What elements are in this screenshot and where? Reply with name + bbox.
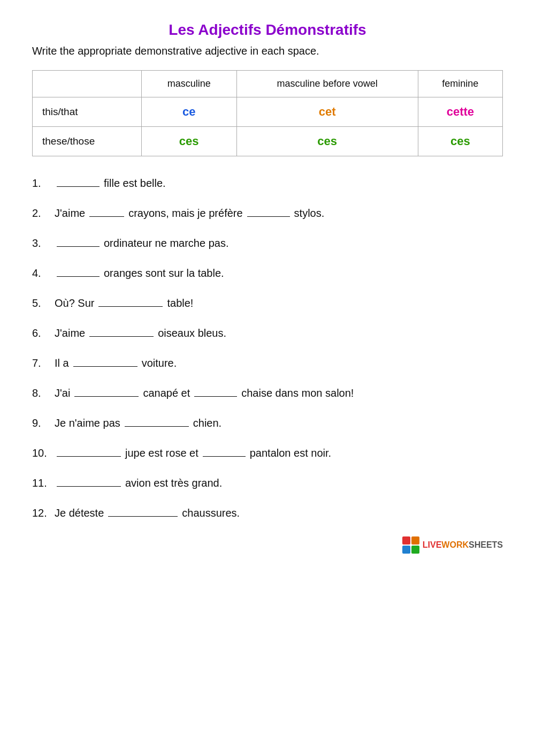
- exercise-text-11: avion est très grand.: [55, 475, 222, 490]
- col-header-empty: [33, 71, 142, 97]
- table-row-these-those: these/those ces ces ces: [33, 127, 503, 156]
- blank-4-1[interactable]: [57, 266, 100, 277]
- text-12-2: chaussures.: [182, 505, 240, 520]
- exercise-5: 5. Où? Sur table!: [32, 296, 503, 311]
- text-6-1: J'aime: [55, 326, 85, 341]
- row-label-these-those: these/those: [33, 127, 142, 156]
- text-5-1: Où? Sur: [55, 296, 94, 311]
- exercise-4: 4. oranges sont sur la table.: [32, 266, 503, 281]
- text-10-1: jupe est rose et: [125, 445, 198, 460]
- logo-sq-red: [402, 536, 410, 545]
- cell-ce: ce: [141, 97, 236, 127]
- exercise-text-8: J'ai canapé et chaise dans mon salon!: [55, 385, 354, 400]
- blank-10-2[interactable]: [203, 446, 246, 457]
- exercise-7: 7. Il a voiture.: [32, 356, 503, 371]
- blank-2-1[interactable]: [89, 206, 124, 217]
- text-1-1: fille est belle.: [104, 176, 166, 191]
- cell-ces-vowel: ces: [236, 127, 418, 156]
- blank-2-2[interactable]: [247, 206, 290, 217]
- text-8-2: canapé et: [143, 385, 190, 400]
- text-7-1: Il a: [55, 356, 69, 371]
- text-6-2: oiseaux bleus.: [158, 326, 226, 341]
- exercise-num-3: 3.: [32, 236, 51, 251]
- exercise-8: 8. J'ai canapé et chaise dans mon salon!: [32, 385, 503, 400]
- instructions: Write the appropriate demonstrative adje…: [32, 45, 503, 57]
- exercise-text-2: J'aime crayons, mais je préfère stylos.: [55, 206, 324, 221]
- blank-5-1[interactable]: [98, 296, 163, 307]
- row-label-this-that: this/that: [33, 97, 142, 127]
- page-title: Les Adjectifs Démonstratifs: [32, 21, 503, 39]
- exercise-num-1: 1.: [32, 176, 51, 191]
- blank-6-1[interactable]: [89, 326, 154, 337]
- exercise-text-5: Où? Sur table!: [55, 296, 193, 311]
- blank-9-1[interactable]: [125, 416, 189, 427]
- footer: LIVEWORKSHEETS: [32, 536, 503, 554]
- exercise-text-4: oranges sont sur la table.: [55, 266, 224, 281]
- exercise-9: 9. Je n'aime pas chien.: [32, 415, 503, 430]
- text-12-1: Je déteste: [55, 505, 104, 520]
- col-header-feminine: feminine: [418, 71, 502, 97]
- exercise-10: 10. jupe est rose et pantalon est noir.: [32, 445, 503, 460]
- logo-sq-orange: [411, 536, 419, 545]
- text-5-2: table!: [167, 296, 193, 311]
- blank-11-1[interactable]: [57, 476, 121, 487]
- blank-3-1[interactable]: [57, 236, 100, 247]
- text-11-1: avion est très grand.: [125, 475, 222, 490]
- text-3-1: ordinateur ne marche pas.: [104, 236, 228, 251]
- table-row-this-that: this/that ce cet cette: [33, 97, 503, 127]
- exercise-2: 2. J'aime crayons, mais je préfère stylo…: [32, 206, 503, 221]
- cell-cette: cette: [418, 97, 502, 127]
- logo-sheets: SHEETS: [469, 540, 503, 549]
- exercise-6: 6. J'aime oiseaux bleus.: [32, 326, 503, 341]
- text-2-2: crayons, mais je préfère: [128, 206, 242, 221]
- exercise-num-2: 2.: [32, 206, 51, 221]
- text-9-1: Je n'aime pas: [55, 415, 120, 430]
- exercise-11: 11. avion est très grand.: [32, 475, 503, 490]
- liveworksheets-logo: LIVEWORKSHEETS: [402, 536, 503, 554]
- exercise-text-6: J'aime oiseaux bleus.: [55, 326, 226, 341]
- exercise-num-10: 10.: [32, 445, 51, 460]
- exercise-12: 12. Je déteste chaussures.: [32, 505, 503, 520]
- logo-sq-blue: [402, 546, 410, 554]
- liveworksheets-text: LIVEWORKSHEETS: [423, 540, 503, 550]
- exercises-section: 1. fille est belle. 2. J'aime crayons, m…: [32, 176, 503, 520]
- exercise-text-3: ordinateur ne marche pas.: [55, 236, 228, 251]
- blank-10-1[interactable]: [57, 446, 121, 457]
- exercise-num-4: 4.: [32, 266, 51, 281]
- cell-ces-masc: ces: [141, 127, 236, 156]
- text-9-2: chien.: [193, 415, 221, 430]
- exercise-1: 1. fille est belle.: [32, 176, 503, 191]
- logo-work: WORK: [441, 540, 469, 549]
- text-4-1: oranges sont sur la table.: [104, 266, 224, 281]
- exercise-text-7: Il a voiture.: [55, 356, 177, 371]
- text-10-2: pantalon est noir.: [250, 445, 331, 460]
- logo-live: LIVE: [423, 540, 442, 549]
- exercise-num-5: 5.: [32, 296, 51, 311]
- text-2-3: stylos.: [294, 206, 325, 221]
- blank-7-1[interactable]: [73, 356, 137, 367]
- exercise-text-10: jupe est rose et pantalon est noir.: [55, 445, 331, 460]
- blank-8-2[interactable]: [194, 386, 237, 397]
- logo-sq-green: [411, 546, 419, 554]
- blank-12-1[interactable]: [108, 506, 178, 517]
- exercise-num-7: 7.: [32, 356, 51, 371]
- blank-8-1[interactable]: [74, 386, 139, 397]
- exercise-num-9: 9.: [32, 415, 51, 430]
- exercise-text-9: Je n'aime pas chien.: [55, 415, 221, 430]
- exercise-3: 3. ordinateur ne marche pas.: [32, 236, 503, 251]
- exercise-num-6: 6.: [32, 326, 51, 341]
- reference-table: masculine masculine before vowel feminin…: [32, 70, 503, 156]
- col-header-masculine-vowel: masculine before vowel: [236, 71, 418, 97]
- text-7-2: voiture.: [142, 356, 177, 371]
- text-8-1: J'ai: [55, 385, 70, 400]
- exercise-num-11: 11.: [32, 475, 51, 490]
- text-8-3: chaise dans mon salon!: [241, 385, 354, 400]
- cell-cet: cet: [236, 97, 418, 127]
- blank-1-1[interactable]: [57, 176, 100, 187]
- col-header-masculine: masculine: [141, 71, 236, 97]
- logo-icon: [402, 536, 419, 554]
- exercise-text-1: fille est belle.: [55, 176, 166, 191]
- text-2-1: J'aime: [55, 206, 85, 221]
- exercise-num-12: 12.: [32, 505, 51, 520]
- exercise-text-12: Je déteste chaussures.: [55, 505, 240, 520]
